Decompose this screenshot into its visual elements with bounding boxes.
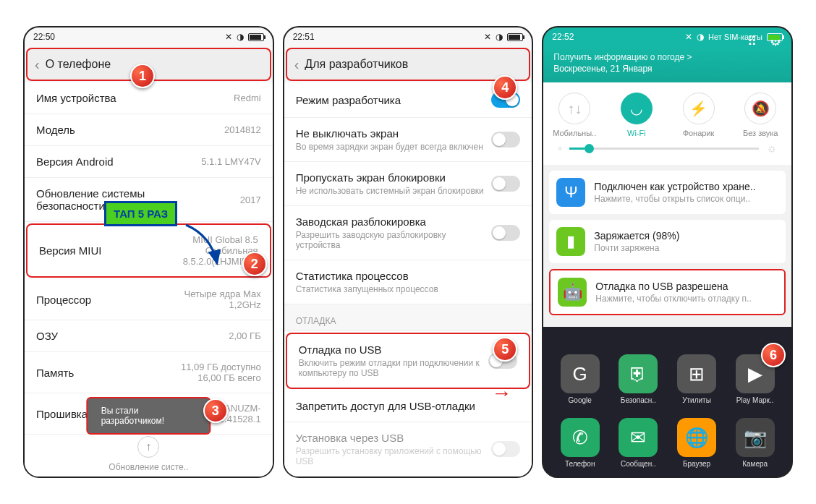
app-security[interactable]: ⛨Безопасн.. [616,354,660,404]
section-debug: ОТЛАДКА [284,304,532,331]
status-bar: 22:50 ✕ ◑ [25,27,273,46]
android-icon: 🤖 [558,278,587,307]
header-developer[interactable]: ‹ Для разработчиков [286,48,531,81]
vibrate-icon: ✕ [484,32,491,42]
toggle-oem-unlock[interactable] [491,225,520,241]
weather-link[interactable]: Получить информацию о погоде > [553,52,692,62]
marker-1: 1 [130,64,155,88]
status-icons: ✕ ◑ [484,32,523,42]
status-bar: 22:51 ✕ ◑ [284,27,532,46]
phone-2-developer: 22:51 ✕ ◑ ‹ Для разработчиков Режим разр… [283,26,534,478]
arrow-blue-icon [182,221,226,272]
time: 22:50 [33,32,55,42]
qs-silent[interactable]: 🔕Без звука [729,93,791,137]
status-icons: ✕ ◑ Нет SIM-карты [685,32,783,42]
home-screen: GGoogle ⛨Безопасн.. ⊞Утилиты ▶Play Марк.… [543,327,791,477]
qs-wifi[interactable]: ◡Wi-Fi [605,93,668,137]
battery-icon [248,33,264,41]
row-android-version[interactable]: Версия Android5.1.1 LMY47V [25,146,273,178]
shade-header: Получить информацию о погоде > Воскресен… [543,46,791,82]
sun-dim-icon: ◦ [558,142,562,155]
qs-torch[interactable]: ⚡Фонарик [668,93,730,137]
row-storage[interactable]: Память11,09 ГБ доступно 16,00 ГБ всего [25,352,273,393]
qs-mobile-data[interactable]: ↑↓Мобильны.. [543,93,605,137]
notif-charging[interactable]: ▮ Заряжается (98%)Почти заряжена [549,220,786,263]
toggle-stay-awake[interactable] [491,132,520,148]
battery-icon [507,33,523,41]
signal-icon: ◑ [496,32,503,42]
grid-icon[interactable]: ⠿ [747,33,757,49]
dock-sms[interactable]: ✉Сообщен.. [616,418,660,468]
up-arrow-icon[interactable]: ↑ [137,436,159,458]
vibrate-icon: ✕ [685,32,692,42]
row-model[interactable]: Модель2014812 [25,114,273,146]
row-stay-awake[interactable]: Не выключать экранВо время зарядки экран… [284,118,532,162]
marker-3: 3 [203,398,228,423]
row-device-name[interactable]: Имя устройстваRedmi [25,82,273,114]
row-skip-lock[interactable]: Пропускать экран блокировкиНе использова… [284,162,532,206]
app-row: GGoogle ⛨Безопасн.. ⊞Утилиты ▶Play Марк.… [543,354,791,404]
app-google[interactable]: GGoogle [558,354,602,404]
developer-toast: Вы стали разработчиком! [87,397,211,435]
quick-settings: ↑↓Мобильны.. ◡Wi-Fi ⚡Фонарик 🔕Без звука … [543,82,791,165]
app-tools[interactable]: ⊞Утилиты [675,354,718,404]
torch-icon: ⚡ [683,93,715,124]
row-usb-debug[interactable]: Отладка по USBВключить режим отладки при… [286,333,531,389]
dock-browser[interactable]: 🌐Браузер [675,418,718,468]
back-icon[interactable]: ‹ [35,56,40,73]
silent-icon: 🔕 [744,93,776,124]
notif-usb-storage[interactable]: Ψ Подключен как устройство хране..Нажмит… [549,171,786,214]
arrow-red-icon: → [491,382,511,405]
vibrate-icon: ✕ [225,32,232,42]
marker-2: 2 [242,252,267,276]
time: 22:51 [293,32,315,42]
battery-icon [767,33,783,41]
notif-usb-debug[interactable]: 🤖 Отладка по USB разрешенаНажмите, чтобы… [549,269,786,315]
dock-phone[interactable]: ✆Телефон [558,418,602,468]
status-icons: ✕ ◑ [225,32,264,42]
usb-icon: Ψ [556,178,585,207]
row-proc-stats[interactable]: Статистика процессовСтатистика запущенны… [284,260,532,304]
date-label: Воскресенье, 21 Января [553,64,692,74]
header-title: Для разработчиков [305,58,408,71]
row-oem-unlock[interactable]: Заводская разблокировкаРазрешить заводск… [284,206,532,260]
developer-list: Режим разработчика Не выключать экранВо … [284,82,532,477]
marker-6: 6 [761,343,786,367]
battery-charge-icon: ▮ [556,227,585,256]
row-miui-version[interactable]: Версия MIUIMIUI Global 8.5 Стабильная 8.… [26,223,271,278]
signal-icon: ◑ [237,32,244,42]
dock-camera[interactable]: 📷Камера [734,418,777,468]
wifi-icon: ◡ [621,93,653,124]
toggle-usb-install[interactable] [491,441,520,457]
mobile-data-icon: ↑↓ [558,93,590,124]
row-ram[interactable]: ОЗУ2,00 ГБ [25,320,273,352]
time: 22:52 [552,32,574,42]
back-icon[interactable]: ‹ [294,56,299,73]
dock: ✆Телефон ✉Сообщен.. 🌐Браузер 📷Камера [543,418,791,468]
toggle-skip-lock[interactable] [491,176,520,192]
signal-icon: ◑ [697,32,704,42]
update-label: Обновление систе.. [109,462,188,472]
header-title: О телефоне [46,58,111,71]
phone-3-notification-shade: 22:52 ✕ ◑ Нет SIM-карты Получить информа… [542,26,793,478]
slider-thumb[interactable] [585,144,594,153]
sun-bright-icon: ☼ [766,142,777,155]
tap-callout: ТАП 5 РАЗ [104,201,177,226]
row-usb-install[interactable]: Установка через USBРазрешить установку п… [284,422,532,477]
notifications: Ψ Подключен как устройство хране..Нажмит… [543,165,791,327]
phone-1-about: 22:50 ✕ ◑ ‹ О телефоне Имя устройстваRed… [23,26,274,478]
row-cpu[interactable]: ПроцессорЧетыре ядра Max 1,2GHz [25,279,273,320]
brightness-slider[interactable]: ◦ ☼ [543,137,791,159]
